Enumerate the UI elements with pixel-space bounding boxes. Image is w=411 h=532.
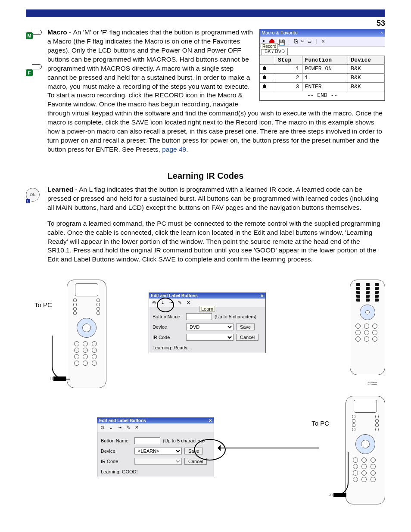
learn-icon[interactable]: ⇣	[159, 300, 165, 306]
delete-icon[interactable]: ✕	[185, 300, 191, 306]
panel1-title: Edit and Label Buttons	[151, 293, 198, 298]
source-remote-top	[350, 280, 385, 375]
table-row: ☗21B&K	[260, 74, 385, 83]
status-ready: Learning: Ready...	[149, 342, 265, 353]
flag-m-icon: M	[26, 32, 33, 39]
save-button[interactable]: Save	[236, 324, 255, 330]
button-name-input[interactable]	[134, 437, 160, 444]
to-pc-label-1: To PC	[34, 301, 52, 308]
cable-2	[330, 452, 349, 496]
flag-l-icon: L	[26, 199, 30, 203]
delete-icon[interactable]: ✕	[134, 425, 140, 431]
cancel-button[interactable]: Cancel	[236, 334, 258, 341]
cable-1	[52, 336, 70, 380]
table-row: ☗1POWER ONB&K	[260, 65, 385, 74]
device-label: Device	[153, 324, 184, 330]
panel2-title: Edit and Label Buttons	[99, 418, 146, 423]
save-button[interactable]: Save	[184, 448, 203, 454]
upto-hint: (Up to 5 characters)	[163, 438, 205, 443]
paste-icon[interactable]: ▭	[308, 38, 311, 46]
col-step: Step	[275, 56, 302, 65]
header-bar	[26, 9, 385, 17]
col-device: Device	[348, 56, 385, 65]
plug-1	[53, 376, 66, 381]
macro-steps-table: Step Function Device ☗1POWER ONB&K ☗21B&…	[260, 56, 385, 100]
remote-sr10-bottom	[346, 396, 385, 504]
presets-link[interactable]: page 49	[162, 146, 186, 153]
record-tooltip: Record	[261, 43, 278, 50]
section-heading-learning: Learning IR Codes	[26, 171, 385, 181]
cut-icon[interactable]: ✄	[301, 38, 305, 46]
ircode-select[interactable]	[134, 458, 182, 465]
ir-icon[interactable]: ⊚	[99, 425, 105, 431]
remote-sr10-top	[67, 280, 106, 388]
page-number: 53	[26, 19, 385, 28]
ircode-select[interactable]	[186, 334, 234, 341]
edit-label-panel-ready: Edit and Label Buttons✕ ⊚ ⇣ ⤳ ✎ ✕ Learn …	[149, 292, 266, 353]
edit-label-panel-good: Edit and Label Buttons✕ ⊚ ⇣ ⤳ ✎ ✕ Button…	[97, 417, 214, 477]
button-name-label: Button Name	[153, 314, 184, 319]
table-row-end: -- END --	[260, 91, 385, 100]
copy-icon[interactable]: ⎘	[294, 38, 298, 46]
macro-tool-icon[interactable]: ⤳	[168, 300, 174, 306]
learned-paragraph-2: To program a learned command, the PC mus…	[47, 219, 385, 264]
upto-hint: (Up to 5 characters)	[215, 314, 256, 319]
delete-icon[interactable]: ✕	[321, 38, 325, 46]
learn-icon[interactable]: ⇣	[108, 425, 114, 431]
ir-waves-icon: ≈	[367, 378, 377, 389]
learned-paragraph-1: Learned - An L flag indicates that the b…	[47, 185, 385, 212]
flag-f-icon: F	[26, 69, 33, 76]
macro-tool-icon[interactable]: ⤳	[116, 425, 122, 431]
to-pc-label-2: To PC	[311, 420, 329, 427]
close-icon[interactable]: ×	[380, 30, 383, 36]
macro-window-title: Macro & Favorite	[262, 30, 298, 36]
status-good: Learning: GOOD!	[97, 467, 214, 477]
device-label: Device	[101, 448, 132, 454]
edit-icon[interactable]: ✎	[177, 300, 183, 306]
edit-icon[interactable]: ✎	[125, 425, 131, 431]
ircode-label: IR Code	[153, 335, 184, 340]
learn-tooltip: Learn	[199, 306, 215, 312]
button-name-label: Button Name	[101, 438, 132, 443]
device-select[interactable]: <LEARN>	[134, 448, 182, 454]
col-function: Function	[302, 56, 348, 65]
learning-diagram: To PC Edit and Label Buttons✕ ⊚ ⇣ ⤳ ✎ ✕ …	[26, 280, 385, 521]
ir-icon[interactable]: ⊚	[151, 300, 157, 306]
macro-favorite-window: Macro & Favorite × ➤ 💾 | ⎘ ✄ ▭ | ✕ Recor…	[259, 29, 385, 101]
cancel-button[interactable]: Cancel	[184, 458, 207, 465]
ircode-label: IR Code	[101, 459, 132, 464]
arrow-to-panel	[220, 448, 319, 448]
save-icon[interactable]: 💾	[278, 39, 284, 45]
device-select[interactable]: DVD	[186, 324, 234, 330]
table-row: ☗3ENTERB&K	[260, 82, 385, 91]
margin-icons-learning: ON L	[26, 185, 47, 203]
plug-2	[333, 493, 346, 497]
button-name-input[interactable]	[186, 313, 212, 320]
margin-icons: M F	[26, 28, 47, 76]
close-icon[interactable]: ✕	[260, 293, 264, 298]
close-icon[interactable]: ✕	[209, 418, 212, 423]
